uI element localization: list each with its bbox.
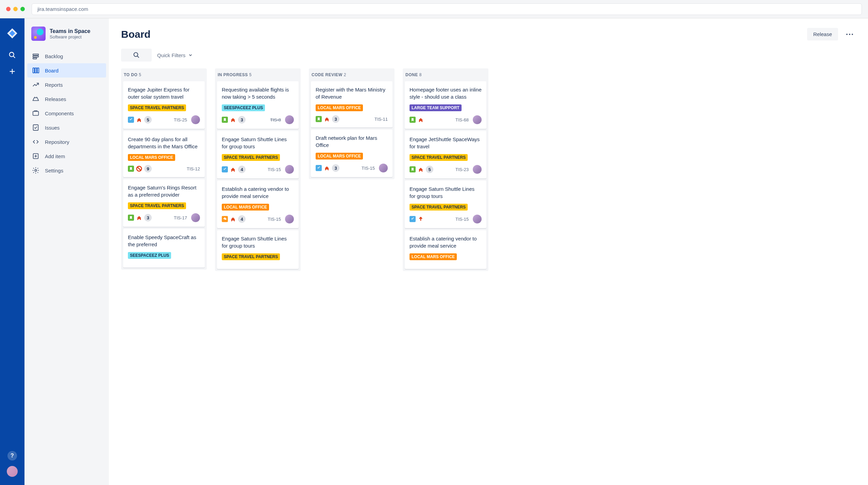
assignee-avatar[interactable] [285, 115, 294, 124]
column-cards: Homepage footer uses an inline style - s… [403, 80, 488, 271]
settings-icon [32, 167, 39, 174]
svg-rect-12 [33, 112, 39, 116]
story-points: 3 [332, 164, 339, 172]
svg-line-1 [13, 56, 15, 58]
column-name: Code Review [312, 72, 343, 77]
sidebar-item-settings[interactable]: Settings [27, 163, 106, 178]
column-count: 2 [344, 72, 346, 77]
sidebar-item-releases[interactable]: Releases [27, 92, 106, 106]
highest-priority-icon [418, 166, 424, 172]
highest-priority-icon [324, 165, 330, 171]
assignee-avatar[interactable] [473, 215, 482, 223]
assignee-avatar[interactable] [191, 213, 200, 222]
quick-filters-dropdown[interactable]: Quick Filters [157, 52, 193, 58]
card-footer: 5TIS-25 [128, 115, 200, 124]
svg-rect-4 [33, 54, 39, 55]
assignee-avatar[interactable] [473, 165, 482, 174]
highest-priority-icon [418, 117, 424, 123]
assignee-avatar[interactable] [379, 164, 388, 172]
user-avatar[interactable] [7, 466, 18, 477]
card-footer: TIS-15 [410, 215, 482, 223]
issue-key: TIS-17 [174, 215, 187, 220]
card-meta [410, 117, 453, 123]
issue-card[interactable]: Register with the Mars Ministry of Reven… [311, 81, 393, 128]
card-title: Engage Saturn Shuttle Lines for group to… [410, 185, 482, 200]
issue-card[interactable]: Homepage footer uses an inline style - s… [405, 81, 486, 129]
sidebar-item-label: Board [45, 68, 59, 73]
column-count: 5 [139, 72, 141, 77]
project-name: Teams in Space [50, 28, 90, 34]
url-bar[interactable]: jira.teamsinspace.com [32, 3, 862, 15]
search-icon[interactable] [5, 48, 19, 62]
card-meta: 9 [128, 165, 185, 172]
issue-card[interactable]: Engage Saturn's Rings Resort as a prefer… [123, 179, 205, 227]
issue-card[interactable]: Engage JetShuttle SpaceWays for travelSP… [405, 131, 486, 179]
highest-priority-icon [230, 166, 236, 172]
close-window-icon[interactable] [6, 7, 11, 11]
sidebar-item-issues[interactable]: Issues [27, 120, 106, 135]
issue-card[interactable]: Engage Saturn Shuttle Lines for group to… [405, 181, 486, 228]
issue-key: TIS-68 [455, 117, 469, 122]
minimize-window-icon[interactable] [13, 7, 18, 11]
story-points: 4 [238, 166, 246, 173]
help-icon[interactable]: ? [7, 451, 17, 461]
assignee-avatar[interactable] [285, 215, 294, 223]
highest-priority-icon [136, 117, 142, 123]
issue-card[interactable]: Requesting available flights is now taki… [217, 81, 299, 129]
issue-card[interactable]: Create 90 day plans for all departments … [123, 131, 205, 177]
assignee-avatar[interactable] [285, 165, 294, 174]
issue-card[interactable]: Enable Speedy SpaceCraft as the preferre… [123, 229, 205, 268]
svg-rect-7 [33, 68, 35, 73]
card-title: Engage JetShuttle SpaceWays for travel [410, 136, 482, 150]
project-header[interactable]: Teams in Space Software project [27, 27, 106, 49]
sidebar-item-add[interactable]: Add item [27, 149, 106, 163]
sidebar-item-label: Add item [45, 153, 65, 159]
issue-card[interactable]: Engage Jupiter Express for outer solar s… [123, 81, 205, 129]
story-icon [222, 117, 228, 123]
jira-logo-icon[interactable] [5, 27, 19, 40]
issue-card[interactable]: Establish a catering vendor to provide m… [217, 181, 299, 228]
issue-key: TIS-15 [362, 166, 375, 171]
board-search-button[interactable] [121, 49, 152, 62]
maximize-window-icon[interactable] [20, 7, 25, 11]
more-actions-button[interactable] [844, 28, 856, 40]
story-points: 3 [332, 115, 339, 123]
card-title: Create 90 day plans for all departments … [128, 136, 200, 150]
column-cards: Engage Jupiter Express for outer solar s… [121, 80, 207, 270]
card-epic-tag: LOCAL MARS OFFICE [316, 153, 363, 160]
story-icon [316, 116, 322, 122]
sidebar-item-backlog[interactable]: Backlog [27, 49, 106, 63]
card-epic-tag: SPACE TRAVEL PARTNERS [410, 154, 468, 161]
assignee-avatar[interactable] [191, 115, 200, 124]
sidebar-item-repository[interactable]: Repository [27, 135, 106, 149]
card-title: Enable Speedy SpaceCraft as the preferre… [128, 234, 200, 248]
quick-filters-label: Quick Filters [157, 52, 185, 58]
highest-priority-icon [230, 216, 236, 222]
browser-chrome: jira.teamsinspace.com [0, 0, 868, 18]
main-header: Board Release [121, 28, 856, 40]
issue-card[interactable]: Engage Saturn Shuttle Lines for group to… [217, 131, 299, 179]
page-title: Board [121, 29, 807, 40]
create-icon[interactable] [5, 65, 19, 78]
svg-rect-8 [35, 68, 37, 73]
ellipsis-icon [846, 34, 853, 35]
chevron-down-icon [188, 53, 193, 57]
sidebar-item-board[interactable]: Board [27, 63, 106, 78]
highest-priority-icon [136, 215, 142, 221]
sidebar-item-label: Repository [45, 139, 69, 145]
card-footer: 5TIS-23 [410, 165, 482, 174]
card-meta: 3 [128, 214, 172, 221]
sidebar-item-reports[interactable]: Reports [27, 78, 106, 92]
issue-card[interactable]: Engage Saturn Shuttle Lines for group to… [217, 230, 299, 269]
sidebar-item-components[interactable]: Components [27, 106, 106, 120]
svg-line-19 [137, 56, 139, 58]
issue-key: TIS-15 [268, 167, 281, 172]
board-column: Done8Homepage footer uses an inline styl… [403, 68, 488, 475]
assignee-avatar[interactable] [473, 115, 482, 124]
card-epic-tag: SPACE TRAVEL PARTNERS [128, 104, 186, 111]
search-icon [133, 52, 140, 58]
issue-card[interactable]: Draft network plan for Mars OfficeLOCAL … [311, 130, 393, 177]
traffic-lights [6, 7, 25, 11]
release-button[interactable]: Release [807, 28, 838, 40]
issue-card[interactable]: Establish a catering vendor to provide m… [405, 230, 486, 269]
